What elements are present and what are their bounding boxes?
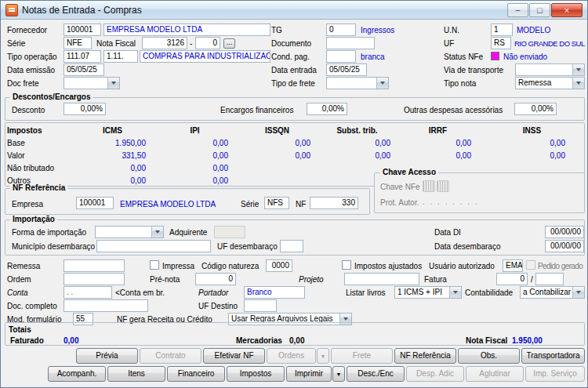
pre-nota-input[interactable]: 0: [195, 273, 236, 285]
tipo-frete-select[interactable]: [326, 77, 389, 89]
remessa-input[interactable]: [64, 259, 125, 272]
encargos-input[interactable]: 0,00%: [307, 103, 347, 115]
data-entrada-input[interactable]: 05/05/25: [326, 63, 367, 76]
usuario-autorizado-input[interactable]: EMA: [503, 259, 523, 272]
close-button[interactable]: ×: [551, 3, 583, 17]
nota-fiscal-numero-input[interactable]: 3126: [142, 37, 187, 49]
frete-button[interactable]: Frete: [331, 348, 393, 364]
fornecedor-code-input[interactable]: 100001: [64, 24, 101, 36]
impostos-col-ipi: IPI: [162, 125, 228, 136]
outras-despesas-input[interactable]: 0,00%: [514, 103, 557, 115]
importacao-group-title: Importação: [10, 215, 57, 224]
nota-fiscal-browse-button[interactable]: ...: [223, 38, 235, 49]
imp-servico-button[interactable]: Imp. Serviço: [525, 366, 585, 382]
data-emissao-input[interactable]: 05/05/25: [64, 63, 104, 76]
listar-livros-label: Listar livros: [346, 288, 386, 298]
uf-destino-input[interactable]: [244, 299, 277, 312]
ordem-input[interactable]: [64, 273, 125, 285]
listar-livros-select[interactable]: 1 ICMS + IPI: [394, 286, 462, 299]
chave-nfe-label: Chave NFe: [380, 182, 420, 192]
nf-referencia-button[interactable]: NF Referência: [394, 348, 456, 364]
uf-label: UF: [444, 38, 454, 49]
portador-input[interactable]: Branco: [244, 286, 305, 299]
nf-ref-empresa-input[interactable]: 100001: [76, 197, 114, 209]
documento-input[interactable]: [326, 37, 375, 49]
impostos-ajustados-label: Impostos ajustados: [354, 261, 422, 271]
chevron-down-icon[interactable]: [376, 78, 388, 89]
contrato-button[interactable]: Contrato: [140, 348, 201, 364]
nota-fiscal-sub-input[interactable]: 0: [195, 37, 220, 49]
previa-button[interactable]: Prévia: [76, 348, 138, 364]
pre-nota-label: Pré-nota: [150, 274, 180, 285]
tipo-nota-select[interactable]: Remessa: [515, 77, 585, 89]
impressa-checkbox[interactable]: [150, 260, 159, 270]
nf-ref-nf-input[interactable]: 330: [310, 197, 358, 209]
cond-pag-label: Cond. pag.: [271, 52, 310, 62]
minimize-button[interactable]: −: [507, 3, 528, 17]
codigo-natureza-input[interactable]: 0000: [266, 259, 292, 272]
impostos-ajustados-checkbox[interactable]: [342, 260, 351, 270]
fornecedor-name-field[interactable]: EMPRESA MODELO LTDA: [103, 24, 270, 36]
un-input[interactable]: 1: [491, 24, 513, 36]
pedido-gerado-checkbox[interactable]: [526, 260, 535, 270]
barcode-icon[interactable]: [437, 180, 449, 192]
ordens-button[interactable]: Ordens: [267, 348, 316, 364]
tg-input[interactable]: 0: [326, 24, 356, 36]
municipio-desembaraco-input[interactable]: [96, 240, 211, 252]
cond-pag-input[interactable]: [326, 50, 356, 63]
impostos-col-inss: INSS: [499, 125, 565, 136]
projeto-input[interactable]: [344, 273, 419, 285]
window-controls: − □ ×: [507, 3, 583, 17]
maximize-button[interactable]: □: [529, 3, 550, 17]
contabilidade-select[interactable]: a Contabilizar: [520, 286, 585, 299]
itens-button[interactable]: Itens: [107, 366, 165, 382]
conta-input[interactable]: . .: [64, 286, 112, 299]
obs-button[interactable]: Obs.: [458, 348, 520, 364]
desp-adic-button[interactable]: Desp. Adic: [406, 366, 464, 382]
via-transporte-select[interactable]: [515, 63, 585, 76]
data-di-input[interactable]: 00/00/00: [545, 226, 584, 238]
doc-frete-select[interactable]: [64, 77, 120, 89]
status-nfe-label: Status NFe: [444, 52, 483, 62]
impostos-col-irrf: IRRF: [405, 125, 471, 136]
fatura-input[interactable]: 0: [496, 273, 528, 285]
impostos-cell: 0,00: [162, 150, 228, 161]
efetivar-nf-button[interactable]: Efetivar NF: [203, 348, 265, 364]
doc-completo-label: Doc. completo: [7, 301, 57, 311]
aglutinar-button[interactable]: Aglutinar: [466, 366, 524, 382]
data-desembaraco-input[interactable]: 00/00/00: [545, 240, 584, 252]
chevron-down-icon[interactable]: [449, 287, 461, 298]
uf-desembaraco-input[interactable]: [280, 240, 303, 252]
municipio-desembaraco-label: Município desembaraço: [12, 241, 95, 252]
doc-completo-input[interactable]: [64, 299, 148, 312]
ordens-dropdown-arrow-button[interactable]: ▼: [317, 348, 329, 364]
transportadora-button[interactable]: Transportadora: [521, 348, 585, 364]
tipo-operacao-natureza-input[interactable]: 1.11.: [103, 50, 138, 63]
barcode-icon[interactable]: [423, 180, 435, 192]
adquirente-input[interactable]: [214, 226, 245, 238]
chevron-down-icon[interactable]: [107, 78, 119, 89]
serie-input[interactable]: NFE: [64, 37, 92, 49]
impostos-cell: 0,00: [79, 163, 146, 173]
chave-acesso-group-title: Chave Acesso: [380, 168, 438, 177]
status-nfe-desc: Não enviado: [503, 52, 547, 62]
imprimir-button[interactable]: Imprimir: [286, 366, 332, 382]
chevron-down-icon[interactable]: [572, 287, 584, 298]
faturado-value: 0,00: [64, 335, 78, 346]
imprimir-dropdown-arrow-button[interactable]: ▼: [332, 366, 345, 382]
chevron-down-icon[interactable]: [151, 227, 163, 238]
desc-enc-button[interactable]: Desc./Enc: [347, 366, 405, 382]
tipo-operacao-codigo-input[interactable]: 111.07: [64, 50, 101, 63]
forma-importacao-select[interactable]: [95, 226, 164, 238]
chevron-down-icon[interactable]: [572, 64, 584, 75]
impostos-button[interactable]: Impostos: [227, 366, 285, 382]
tipo-operacao-desc-field[interactable]: COMPRAS PARA INDUSTRIALIZACA: [140, 50, 270, 63]
financeiro-button[interactable]: Financeiro: [167, 366, 225, 382]
nota-fiscal-label: Nota Fiscal: [96, 38, 136, 49]
fatura-parcela-input[interactable]: [535, 273, 564, 285]
acompanh-button[interactable]: Acompanh.: [48, 366, 106, 382]
nf-ref-serie-input[interactable]: NFS: [264, 197, 289, 209]
desconto-input[interactable]: 0,00%: [64, 103, 106, 115]
uf-input[interactable]: RS: [491, 37, 511, 49]
chevron-down-icon[interactable]: [572, 78, 584, 89]
